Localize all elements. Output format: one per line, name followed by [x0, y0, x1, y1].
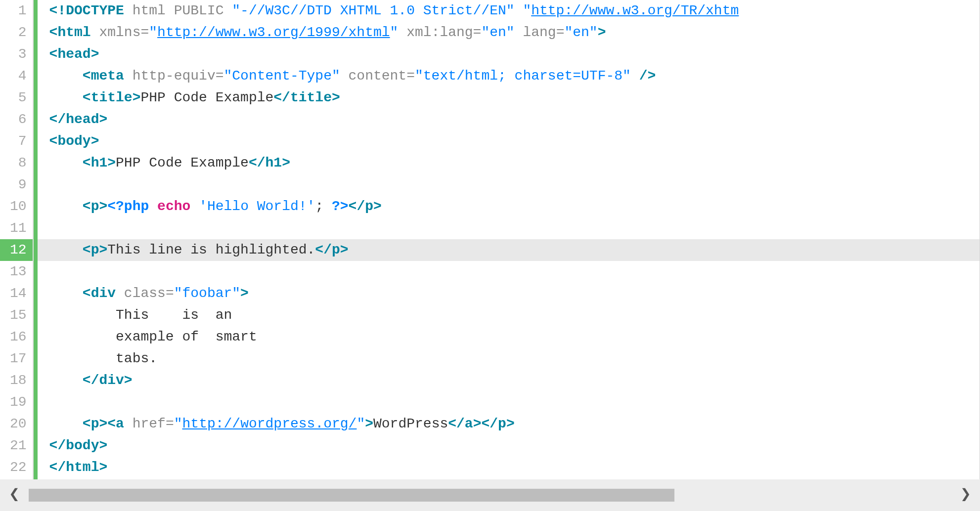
code-line[interactable]: This is an [38, 304, 980, 326]
token-attr: xmlns= [91, 25, 149, 40]
code-line[interactable]: </div> [38, 370, 980, 391]
token-bracket: > [373, 199, 382, 214]
token-tag: meta [91, 68, 124, 84]
token-bracket: < [83, 90, 91, 105]
code-line[interactable]: <html xmlns="http://www.w3.org/1999/xhtm… [38, 22, 980, 43]
code-line[interactable]: tabs. [38, 348, 980, 370]
code-line[interactable]: <p><a href="http://wordpress.org/">WordP… [38, 413, 980, 435]
token-bracket: > [99, 112, 107, 127]
token-bracket: /> [631, 68, 656, 84]
token-bracket: < [107, 416, 116, 431]
line-number: 22 [0, 457, 33, 478]
code-line[interactable]: <!DOCTYPE html PUBLIC "-//W3C//DTD XHTML… [38, 0, 980, 22]
token-bracket: </ [273, 90, 290, 105]
code-line[interactable]: example of smart [38, 326, 980, 348]
token-tag: h1 [91, 155, 108, 170]
token-bracket: > [240, 286, 249, 301]
token-bracket: </ [249, 155, 266, 170]
code-line[interactable]: <head> [38, 43, 980, 65]
line-number: 18 [0, 370, 33, 391]
token-doctype: html PUBLIC [124, 3, 232, 18]
scroll-thumb[interactable] [29, 489, 675, 502]
code-line[interactable]: <p>This line is highlighted.</p> [38, 239, 980, 261]
token-bracket: > [99, 460, 107, 475]
line-number: 6 [0, 109, 33, 130]
code-line[interactable]: <meta http-equiv="Content-Type" content=… [38, 65, 980, 87]
line-number: 10 [0, 196, 33, 217]
token-bracket: > [282, 155, 290, 170]
token-bracket: > [99, 438, 107, 453]
code-line[interactable]: <h1>PHP Code Example</h1> [38, 152, 980, 174]
code-line[interactable] [38, 391, 980, 413]
token-bracket: </ [49, 112, 66, 127]
token-string: 'Hello World!' [199, 199, 315, 214]
token-bracket: < [83, 416, 91, 431]
token-tag: title [290, 90, 332, 105]
line-number: 5 [0, 87, 33, 109]
code-line[interactable]: <div class="foobar"> [38, 283, 980, 304]
token-text: This is an [116, 307, 232, 323]
token-tag: head [57, 46, 90, 62]
token-text: ; [315, 199, 332, 214]
token-bracket: > [506, 416, 515, 431]
token-tag: a [116, 416, 124, 431]
scroll-track[interactable] [29, 489, 952, 502]
code-line[interactable]: </head> [38, 109, 980, 130]
token-tag: p [91, 416, 99, 431]
token-string: " [356, 416, 365, 431]
token-text: PHP Code Example [116, 155, 249, 170]
token-bracket: > [91, 46, 99, 62]
token-string: "en" [481, 25, 514, 40]
token-string: " [149, 25, 157, 40]
token-bracket: > [340, 242, 349, 257]
line-number: 15 [0, 304, 33, 326]
line-number: 17 [0, 348, 33, 370]
token-bracket: > [91, 133, 99, 149]
token-text: tabs. [116, 351, 157, 366]
token-bracket: < [83, 155, 91, 170]
token-bracket: < [83, 286, 91, 301]
token-tag: p [91, 242, 99, 257]
token-echo: echo [157, 199, 190, 214]
token-string: "Content-Type" [224, 68, 340, 84]
line-number: 12 [0, 239, 33, 261]
change-marker [34, 0, 38, 479]
token-tag: a [465, 416, 473, 431]
token-tag: head [66, 112, 99, 127]
token-bracket: </ [315, 242, 332, 257]
code-line[interactable]: <body> [38, 130, 980, 152]
token-attr: class= [116, 286, 174, 301]
token-tag: html [66, 460, 99, 475]
code-line[interactable]: </body> [38, 435, 980, 457]
line-number: 21 [0, 435, 33, 457]
code-editor[interactable]: 12345678910111213141516171819202122 <!DO… [0, 0, 980, 479]
token-tag: title [91, 90, 133, 105]
code-line[interactable]: <p><?php echo 'Hello World!'; ?></p> [38, 196, 980, 217]
token-string: " [523, 3, 531, 18]
token-string: "en" [564, 25, 597, 40]
token-bracket: > [99, 242, 107, 257]
token-string: " [174, 416, 182, 431]
token-attr: content= [340, 68, 415, 84]
scroll-right-arrow-icon[interactable]: ❯ [960, 486, 971, 504]
token-string: "text/html; charset=UTF-8" [415, 68, 631, 84]
scroll-left-arrow-icon[interactable]: ❮ [9, 486, 20, 504]
token-tag: p [332, 242, 340, 257]
token-bracket: > [473, 416, 482, 431]
code-line[interactable] [38, 261, 980, 283]
token-bracket: </ [481, 416, 498, 431]
code-area[interactable]: <!DOCTYPE html PUBLIC "-//W3C//DTD XHTML… [38, 0, 980, 479]
code-line[interactable] [38, 174, 980, 196]
token-link: http://www.w3.org/1999/xhtml [157, 25, 390, 40]
code-line[interactable]: <title>PHP Code Example</title> [38, 87, 980, 109]
token-tag: p [91, 199, 99, 214]
code-line[interactable] [38, 217, 980, 239]
line-number: 1 [0, 0, 33, 22]
token-bracket: < [83, 68, 91, 84]
code-line[interactable]: </html> [38, 457, 980, 478]
token-bracket: </ [83, 373, 99, 388]
token-bracket: <! [49, 3, 66, 18]
line-number-gutter: 12345678910111213141516171819202122 [0, 0, 34, 479]
horizontal-scrollbar[interactable]: ❮ ❯ [0, 479, 980, 511]
token-tag: h1 [266, 155, 282, 170]
